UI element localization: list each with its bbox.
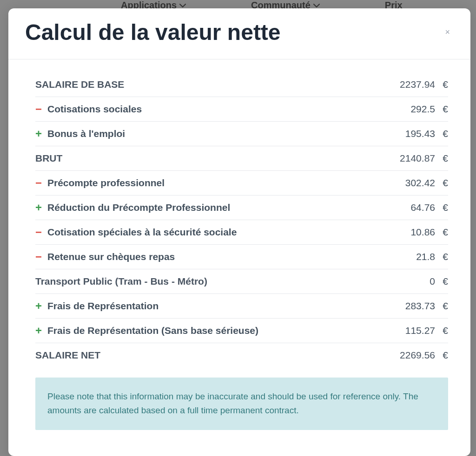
- line-item-label: Frais de Représentation (Sans base série…: [47, 325, 405, 336]
- minus-icon: −: [35, 227, 47, 238]
- currency-symbol: €: [440, 177, 448, 189]
- plus-icon: +: [35, 325, 47, 336]
- line-item-value: 0: [430, 276, 440, 287]
- line-item-value: 302.42: [405, 177, 440, 189]
- line-item-value: 283.73: [405, 300, 440, 312]
- modal-body: SALAIRE DE BASE2237.94€−Cotisations soci…: [8, 59, 470, 456]
- currency-symbol: €: [440, 104, 448, 115]
- minus-icon: −: [35, 251, 47, 262]
- line-item-value: 115.27: [405, 325, 440, 336]
- calculation-table: SALAIRE DE BASE2237.94€−Cotisations soci…: [35, 72, 448, 367]
- currency-symbol: €: [440, 276, 448, 287]
- line-item: −Précompte professionnel302.42€: [35, 171, 448, 195]
- plus-icon: +: [35, 300, 47, 312]
- modal-header: Calcul de la valeur nette ×: [8, 8, 470, 59]
- chevron-down-icon: [179, 4, 186, 7]
- line-item: +Bonus à l'emploi195.43€: [35, 122, 448, 146]
- line-item: +Réduction du Précompte Professionnel64.…: [35, 195, 448, 220]
- line-item-label: BRUT: [35, 153, 400, 164]
- line-item-value: 2140.87: [400, 153, 440, 164]
- line-item-label: Frais de Représentation: [47, 300, 405, 312]
- minus-icon: −: [35, 177, 47, 189]
- line-item-label: Cotisation spéciales à la sécurité socia…: [47, 227, 410, 238]
- line-item-label: Transport Public (Tram - Bus - Métro): [35, 276, 430, 287]
- line-item: +Frais de Représentation283.73€: [35, 294, 448, 319]
- line-item-label: SALAIRE DE BASE: [35, 79, 400, 90]
- line-item-label: SALAIRE NET: [35, 350, 400, 361]
- line-item-value: 2269.56: [400, 350, 440, 361]
- info-box: Please note that this information may be…: [35, 378, 448, 430]
- line-item-label: Retenue sur chèques repas: [47, 251, 416, 262]
- line-item-label: Précompte professionnel: [47, 177, 405, 189]
- line-item: BRUT2140.87€: [35, 146, 448, 171]
- currency-symbol: €: [440, 202, 448, 213]
- line-item: SALAIRE NET2269.56€: [35, 343, 448, 367]
- plus-icon: +: [35, 128, 47, 139]
- line-item-label: Bonus à l'emploi: [47, 128, 405, 139]
- line-item-value: 2237.94: [400, 79, 440, 90]
- line-item-label: Réduction du Précompte Professionnel: [47, 202, 410, 213]
- line-item: −Cotisations sociales292.5€: [35, 97, 448, 122]
- minus-icon: −: [35, 104, 47, 115]
- line-item: +Frais de Représentation (Sans base séri…: [35, 319, 448, 343]
- line-item-value: 21.8: [416, 251, 440, 262]
- line-item: −Cotisation spéciales à la sécurité soci…: [35, 220, 448, 245]
- line-item-label: Cotisations sociales: [47, 104, 410, 115]
- currency-symbol: €: [440, 350, 448, 361]
- net-value-modal: Calcul de la valeur nette × SALAIRE DE B…: [8, 8, 470, 456]
- line-item-value: 64.76: [410, 202, 440, 213]
- line-item-value: 195.43: [405, 128, 440, 139]
- currency-symbol: €: [440, 251, 448, 262]
- modal-title: Calcul de la valeur nette: [25, 20, 281, 45]
- currency-symbol: €: [440, 300, 448, 312]
- line-item-value: 292.5: [410, 104, 440, 115]
- currency-symbol: €: [440, 227, 448, 238]
- close-button[interactable]: ×: [441, 24, 454, 40]
- currency-symbol: €: [440, 79, 448, 90]
- line-item: −Retenue sur chèques repas21.8€: [35, 245, 448, 269]
- currency-symbol: €: [440, 128, 448, 139]
- plus-icon: +: [35, 202, 47, 213]
- line-item-value: 10.86: [410, 227, 440, 238]
- currency-symbol: €: [440, 153, 448, 164]
- line-item: SALAIRE DE BASE2237.94€: [35, 72, 448, 97]
- currency-symbol: €: [440, 325, 448, 336]
- chevron-down-icon: [313, 4, 320, 7]
- line-item: Transport Public (Tram - Bus - Métro)0€: [35, 269, 448, 294]
